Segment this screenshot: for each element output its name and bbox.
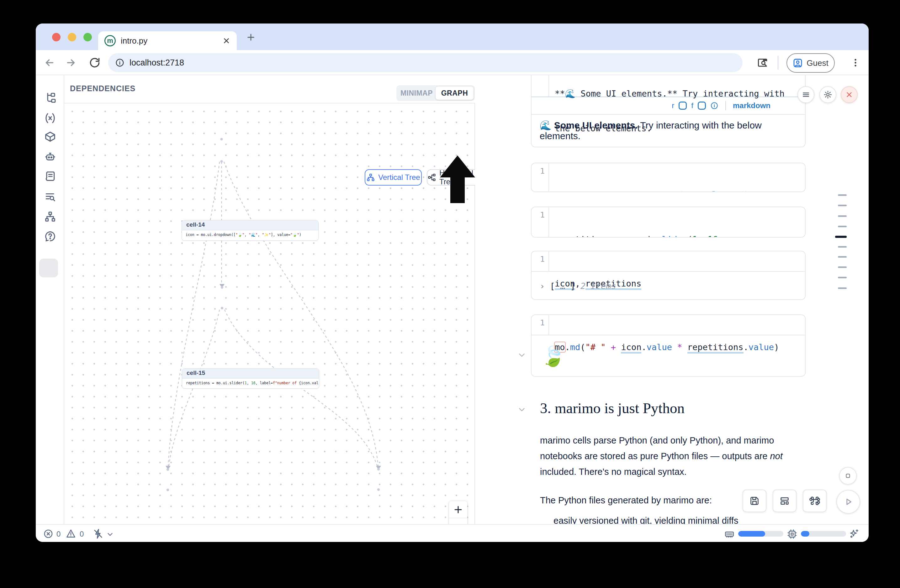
notebook-menu-button[interactable] <box>798 86 815 103</box>
layout-button[interactable] <box>773 490 796 512</box>
code-line[interactable]: mo.md("# " + icon.value * repetitions.va… <box>555 341 779 353</box>
notebook-cell-momd[interactable]: 1 mo.md("# " + icon.value * repetitions.… <box>531 314 805 377</box>
reload-icon[interactable] <box>89 57 100 68</box>
vertical-tree-label: Vertical Tree <box>378 173 420 182</box>
cell-info-icon[interactable] <box>710 102 718 110</box>
tab-close-icon[interactable] <box>222 37 231 45</box>
command-palette-button[interactable] <box>803 490 827 512</box>
window-close-button[interactable] <box>52 33 61 41</box>
variables-icon[interactable] <box>44 112 56 124</box>
minimap-line[interactable] <box>838 215 847 217</box>
minimap-line[interactable] <box>838 246 847 248</box>
cpu-usage-bar <box>801 531 846 537</box>
line-number: 1 <box>532 315 549 335</box>
play-icon <box>843 497 853 507</box>
window-maximize-button[interactable] <box>84 33 92 41</box>
marimo-favicon: m <box>104 35 116 46</box>
zoom-in-button[interactable] <box>449 501 467 518</box>
run-mode-chevron-icon[interactable] <box>106 530 114 538</box>
browser-tab[interactable]: m intro.py <box>98 31 237 50</box>
vertical-tree-button[interactable]: Vertical Tree <box>365 169 422 186</box>
code-line[interactable]: repetitions = mo.ui.slider(1, 16, <box>555 234 728 238</box>
browser-menu-icon[interactable] <box>850 58 861 68</box>
notebook-cell-expression[interactable]: 1 icon, repetitions › [ … ] 2 Items <box>531 251 805 300</box>
notebook-cell-dropdown[interactable]: 1 icon = mo.ui.dropdown(["🍃", "🌊", "✨"],… <box>531 162 805 192</box>
forward-icon[interactable] <box>65 57 76 68</box>
reactive-toggle-label: r <box>672 101 674 110</box>
run-all-button[interactable] <box>836 490 860 514</box>
minimap-line[interactable] <box>838 256 847 258</box>
line-number: 1 <box>532 207 549 237</box>
warnings-icon[interactable] <box>66 529 76 539</box>
warning-count: 0 <box>80 530 84 538</box>
graph-zoom-controls <box>449 501 467 524</box>
graph-node-cell-15[interactable]: cell-15 repetitions = mo.ui.slider(1, 16… <box>182 368 319 388</box>
packages-icon[interactable] <box>44 131 56 142</box>
code-line[interactable]: icon = mo.ui.dropdown(["🍃", "🌊", "✨"], <box>555 190 765 192</box>
line-number: 1 <box>532 251 549 271</box>
ram-usage-fill <box>738 531 765 537</box>
collapsed-list-output[interactable]: › [ … ] 2 Items <box>540 281 616 291</box>
app-sidebar <box>36 75 64 524</box>
horizontal-tree-icon <box>427 173 436 182</box>
tab-search-icon[interactable] <box>757 57 768 68</box>
notebook-cell-slider[interactable]: 1 repetitions = mo.ui.slider(1, 16, labe… <box>531 207 805 238</box>
window-minimize-button[interactable] <box>68 33 76 41</box>
cpu-icon <box>787 529 797 539</box>
tab-title: intro.py <box>121 36 222 46</box>
dependencies-icon[interactable] <box>44 210 56 223</box>
line-number: 1 <box>532 75 549 96</box>
interrupt-button[interactable] <box>839 467 857 484</box>
error-count: 0 <box>56 530 61 538</box>
format-toggle[interactable] <box>698 102 706 110</box>
reactive-toggle[interactable] <box>679 102 687 110</box>
minimap-line[interactable] <box>838 266 847 268</box>
run-mode-icon[interactable] <box>93 528 104 539</box>
minimap-line[interactable] <box>838 288 847 289</box>
tab-graph[interactable]: GRAPH <box>436 87 473 100</box>
ai-sparkles-icon[interactable] <box>849 528 859 539</box>
node-title: cell-14 <box>182 220 318 231</box>
site-info-icon[interactable] <box>115 58 124 67</box>
section-collapse-chevron-icon[interactable] <box>517 405 526 414</box>
toolbar-divider <box>778 56 778 70</box>
file-explorer-icon[interactable] <box>44 92 56 104</box>
tab-minimap[interactable]: MINIMAP <box>398 87 436 100</box>
collapse-chevron-icon[interactable] <box>517 350 526 360</box>
language-label[interactable]: markdown <box>733 101 771 110</box>
help-icon[interactable] <box>44 231 56 242</box>
new-tab-icon[interactable] <box>246 32 256 42</box>
profile-button[interactable]: Guest <box>787 53 835 73</box>
notebook-settings-button[interactable] <box>819 86 836 103</box>
status-bar: 0 0 <box>36 524 869 542</box>
url-text: localhost:2718 <box>129 58 184 68</box>
graph-edges <box>64 104 475 524</box>
layout-icon <box>779 495 790 506</box>
minimap-line-active[interactable] <box>835 236 847 238</box>
shutdown-button[interactable] <box>841 86 858 103</box>
minimap-line[interactable] <box>838 205 847 206</box>
prose-line: The Python files generated by marimo are… <box>540 495 712 506</box>
minimap-line[interactable] <box>838 194 847 196</box>
browser-tab-bar: m intro.py <box>36 23 869 50</box>
logs-search-icon[interactable] <box>44 191 56 203</box>
minimap-line[interactable] <box>838 277 847 279</box>
browser-window: m intro.py localhost:2718 Guest <box>36 23 869 542</box>
ai-assistant-icon[interactable] <box>44 150 56 162</box>
notebook-cell-markdown-intro[interactable]: 1 **🌊 Some UI elements.** Try interactin… <box>531 75 805 147</box>
stop-square-icon <box>844 472 851 479</box>
code-line[interactable]: **🌊 Some UI elements.** Try interacting … <box>555 88 785 99</box>
sidebar-active-highlight <box>39 258 58 277</box>
node-code: repetitions = mo.ui.slider(1, 16, label=… <box>182 379 319 387</box>
line-number: 1 <box>532 163 549 192</box>
zoom-out-button[interactable] <box>449 518 467 524</box>
graph-node-cell-14[interactable]: cell-14 icon = mo.ui.dropdown(["🍃", "🌊",… <box>182 220 319 241</box>
url-bar[interactable]: localhost:2718 <box>108 53 743 72</box>
graph-canvas[interactable]: Vertical Tree Horizontal Tree cell-14 ic… <box>64 104 475 524</box>
scratchpad-icon[interactable] <box>44 170 56 183</box>
ram-icon <box>725 529 734 539</box>
save-button[interactable] <box>743 490 767 512</box>
minimap-line[interactable] <box>838 226 847 227</box>
back-icon[interactable] <box>44 57 55 68</box>
errors-icon[interactable] <box>43 529 53 539</box>
